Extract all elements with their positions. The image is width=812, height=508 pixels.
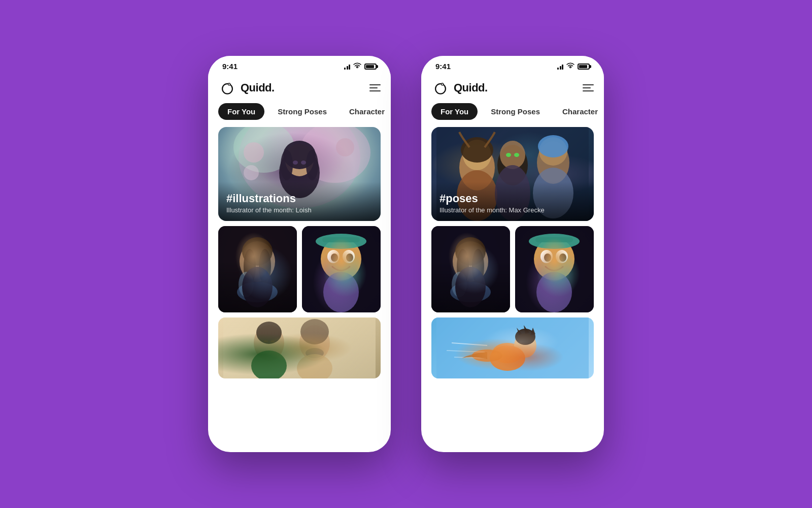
grid-row-1	[218, 226, 381, 312]
tab-character-2[interactable]: Character	[553, 103, 604, 120]
hero-sub-2: Illustrator of the month: Max Grecke	[439, 206, 586, 214]
svg-point-39	[299, 325, 330, 361]
svg-rect-75	[535, 237, 573, 242]
svg-point-32	[323, 272, 359, 312]
svg-rect-37	[264, 340, 268, 342]
svg-point-0	[222, 84, 232, 94]
bottom-card-2[interactable]	[431, 318, 594, 378]
svg-point-25	[321, 238, 361, 280]
svg-rect-33	[223, 318, 376, 378]
svg-point-54	[537, 141, 569, 184]
svg-point-70	[540, 250, 553, 263]
svg-point-83	[472, 350, 502, 362]
svg-rect-60	[431, 226, 510, 312]
svg-point-66	[452, 272, 467, 297]
svg-point-40	[300, 319, 329, 344]
svg-point-74	[529, 234, 580, 249]
battery-icon-1	[364, 64, 377, 70]
logo-text-2: Quidd.	[454, 81, 488, 94]
svg-point-41	[306, 348, 324, 358]
logo-area-1: Quidd.	[218, 79, 275, 97]
svg-point-67	[455, 267, 486, 307]
svg-rect-24	[302, 226, 381, 312]
svg-point-13	[244, 142, 264, 163]
svg-point-2	[228, 83, 230, 85]
phone-2: 9:41 Quidd. For You	[421, 56, 604, 452]
menu-icon-1[interactable]	[369, 84, 381, 91]
grid-cell-1b[interactable]	[302, 226, 381, 312]
svg-point-19	[244, 249, 256, 284]
grid-cell-2a[interactable]	[431, 226, 510, 312]
content-1: #illustrations Illustrator of the month:…	[208, 127, 391, 452]
grid-cell-1a[interactable]	[218, 226, 297, 312]
svg-point-9	[281, 150, 293, 180]
svg-point-8	[283, 141, 316, 169]
svg-point-12	[301, 161, 306, 165]
svg-point-34	[254, 325, 284, 361]
svg-point-48	[463, 140, 491, 170]
svg-point-30	[316, 234, 366, 249]
grid-cell-2b[interactable]	[515, 226, 594, 312]
wifi-icon-1	[353, 62, 361, 70]
svg-point-61	[453, 241, 488, 282]
menu-icon-2[interactable]	[583, 84, 594, 91]
grid-row-2	[431, 226, 594, 312]
svg-point-15	[244, 165, 259, 180]
svg-point-72	[544, 253, 551, 262]
svg-point-21	[237, 282, 278, 302]
status-icons-1	[344, 62, 377, 70]
logo-text-1: Quidd.	[241, 81, 275, 94]
tabs-2: For You Strong Poses Character	[421, 103, 604, 127]
bottom-card-1[interactable]	[218, 318, 381, 378]
svg-line-85	[447, 351, 485, 352]
svg-point-35	[256, 322, 282, 344]
svg-point-82	[490, 345, 525, 371]
svg-point-45	[442, 83, 443, 85]
hero-card-2[interactable]: #poses Illustrator of the month: Max Gre…	[431, 127, 594, 221]
hero-card-1[interactable]: #illustrations Illustrator of the month:…	[218, 127, 381, 221]
svg-rect-38	[270, 340, 275, 342]
svg-point-10	[306, 150, 318, 180]
svg-point-73	[559, 253, 566, 262]
svg-point-20	[259, 249, 271, 284]
svg-point-18	[242, 237, 273, 266]
svg-rect-77	[436, 318, 589, 378]
tab-for-you-2[interactable]: For You	[431, 103, 478, 120]
svg-line-84	[452, 343, 487, 345]
svg-point-79	[492, 343, 523, 363]
status-time-2: 9:41	[435, 62, 451, 71]
svg-point-65	[450, 282, 491, 302]
tab-for-you-1[interactable]: For You	[218, 103, 264, 120]
svg-point-51	[500, 141, 525, 169]
svg-rect-16	[218, 226, 297, 312]
quidd-logo-icon-2	[431, 79, 450, 97]
tab-strong-poses-2[interactable]: Strong Poses	[482, 103, 549, 120]
svg-point-28	[331, 253, 338, 262]
svg-point-43	[435, 84, 446, 94]
svg-point-22	[239, 272, 254, 297]
status-bar-2: 9:41	[421, 56, 604, 75]
status-icons-2	[557, 62, 590, 70]
svg-point-53	[514, 153, 519, 157]
phone-1: 9:41 Quidd. For You	[208, 56, 391, 452]
svg-point-55	[539, 137, 567, 166]
tabs-1: For You Strong Poses Character	[208, 103, 391, 127]
svg-point-4	[233, 127, 294, 173]
content-2: #poses Illustrator of the month: Max Gre…	[421, 127, 604, 452]
status-time-1: 9:41	[222, 62, 238, 71]
hero-sub-1: Illustrator of the month: Loish	[226, 206, 373, 214]
quidd-logo-icon-1	[218, 79, 236, 97]
svg-point-23	[242, 267, 273, 307]
svg-point-64	[472, 249, 484, 284]
battery-icon-2	[578, 64, 590, 70]
svg-point-80	[514, 333, 536, 358]
app-header-2: Quidd.	[421, 75, 604, 103]
svg-point-7	[285, 144, 314, 176]
app-header-1: Quidd.	[208, 75, 391, 103]
tab-character-1[interactable]: Character	[340, 103, 391, 120]
hero-card-overlay-1: #illustrations Illustrator of the month:…	[218, 182, 381, 221]
svg-rect-78	[436, 318, 589, 378]
tab-strong-poses-1[interactable]: Strong Poses	[268, 103, 336, 120]
svg-point-63	[457, 249, 469, 284]
hero-card-overlay-2: #poses Illustrator of the month: Max Gre…	[431, 182, 594, 221]
